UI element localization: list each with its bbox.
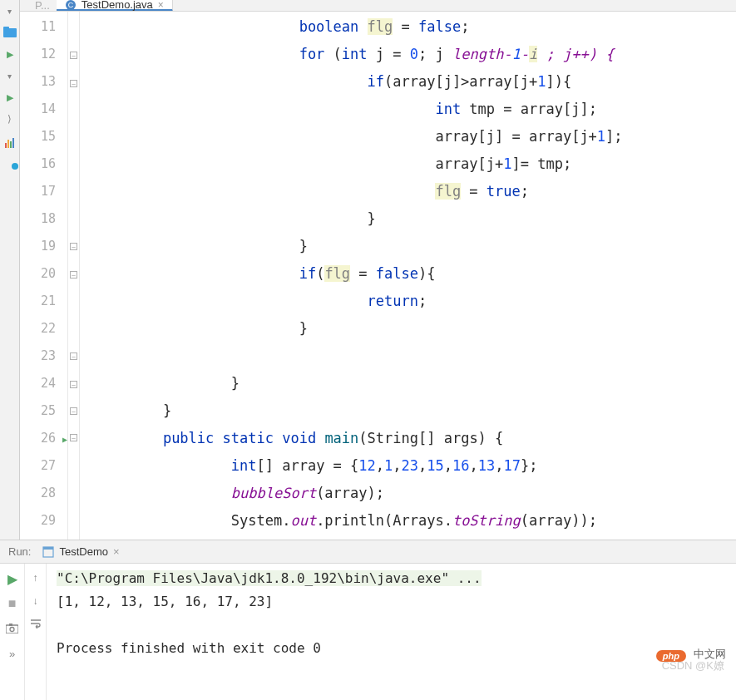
collapse-icon[interactable]: ▾ [2,3,17,18]
run-icon-2[interactable]: ▶ [2,90,17,105]
run-toolbar: ▶ ■ » [0,564,25,700]
statistics-icon[interactable] [2,133,17,148]
left-toolbar: ▾ ▶ ▾ ▶ ⟩ [0,0,20,540]
run-config-name: TestDemo [59,545,108,558]
tab-filename: TestDemo.java [82,0,153,11]
svg-rect-5 [43,547,53,550]
svg-rect-8 [9,624,12,626]
svg-rect-1 [3,27,9,31]
close-icon[interactable]: × [158,0,164,11]
stop-button[interactable]: ■ [6,597,19,610]
folder-icon[interactable] [2,25,17,40]
collapse-icon-2[interactable]: ▾ [2,68,17,83]
svg-rect-6 [6,625,18,633]
code-editor[interactable]: 11121314151617181920212223242526▶2728293… [20,12,736,540]
more-icon[interactable]: » [6,647,19,660]
scheduled-icon[interactable] [3,155,17,168]
console-nav: ↑ ↓ [25,564,47,700]
close-icon[interactable]: × [113,545,120,558]
svg-point-7 [10,628,14,632]
scroll-up-icon[interactable]: ↑ [33,572,38,584]
fold-column[interactable]: –––––––– [68,12,80,540]
scroll-down-icon[interactable]: ↓ [33,595,38,607]
soft-wrap-icon[interactable] [30,619,42,631]
editor-tab-active[interactable]: C TestDemo.java × [57,0,173,12]
editor-tab-bar: P... C TestDemo.java × [20,0,736,12]
code-content[interactable]: boolean flg = false; for (int j = 0; j l… [80,12,736,540]
run-panel: Run: TestDemo × ▶ ■ » ↑ ↓ "C:\Program Fi… [0,540,736,700]
java-class-icon: C [65,0,77,11]
run-config-tab[interactable]: TestDemo × [42,545,119,558]
line-number-gutter: 11121314151617181920212223242526▶2728293… [20,12,68,540]
application-icon [42,546,54,558]
run-label: Run: [8,545,31,558]
run-panel-header: Run: TestDemo × [0,540,736,564]
camera-icon[interactable] [6,622,19,635]
tab-collapsed[interactable]: P... [28,0,57,11]
run-icon[interactable]: ▶ [2,47,17,62]
watermark-csdn: CSDN @K嫽 [662,658,724,673]
rerun-button[interactable]: ▶ [6,572,19,585]
console-output[interactable]: "C:\Program Files\Java\jdk1.8.0_192\bin\… [47,564,736,700]
chevron-right-icon[interactable]: ⟩ [2,111,17,126]
svg-text:C: C [68,1,74,9]
